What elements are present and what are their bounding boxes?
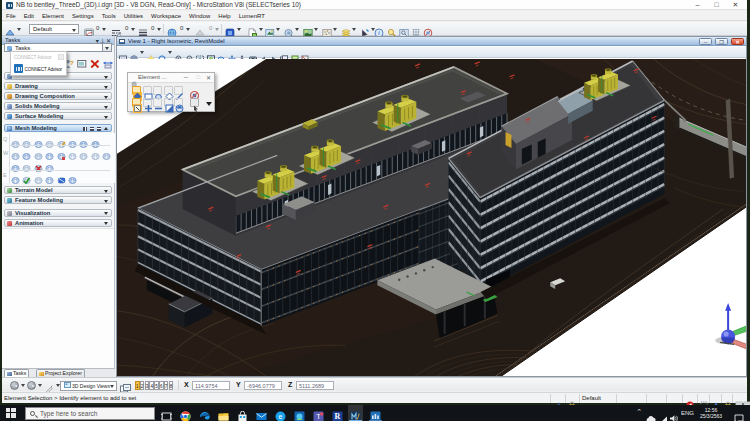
adjust-brightness-icon[interactable]	[147, 49, 155, 57]
mesh-box-icon[interactable]	[91, 135, 100, 144]
view-display-mode-icon[interactable]	[130, 49, 138, 57]
skype-icon[interactable]: e	[275, 408, 286, 419]
menu-tools[interactable]: Tools	[98, 11, 120, 21]
active-element-template-icon[interactable]	[5, 24, 15, 34]
active-level-combo[interactable]: Default	[29, 24, 79, 34]
network-icon[interactable]	[659, 410, 668, 418]
teams-icon[interactable]: T	[313, 408, 324, 419]
weight-dropdown-arrow[interactable]	[157, 28, 161, 31]
select-individual-icon[interactable]	[132, 86, 141, 95]
references-dropdown-arrow[interactable]	[295, 28, 299, 31]
view-title-bar[interactable]: View 1 - Right Isometric, RevitModel ─ ❐…	[117, 37, 746, 46]
mail-icon[interactable]	[256, 408, 267, 419]
search-tools-icon[interactable]	[387, 24, 397, 34]
measure-distance-icon[interactable]	[103, 55, 113, 65]
models-dropdown-arrow[interactable]	[276, 28, 280, 31]
active-color-icon[interactable]	[84, 24, 94, 34]
clip-volume-icon[interactable]	[291, 49, 299, 57]
zoom-dialog-icon[interactable]	[399, 24, 409, 34]
tab-tasks[interactable]: Tasks	[4, 369, 29, 377]
dgn-lock-icon[interactable]	[724, 395, 732, 403]
mesh-split-icon[interactable]	[79, 147, 88, 156]
point-clouds-dropdown-arrow[interactable]	[333, 28, 337, 31]
template-dropdown-arrow[interactable]	[17, 28, 21, 31]
mesh-arrow-icon[interactable]	[91, 147, 100, 156]
select-add-icon[interactable]	[143, 98, 152, 107]
level-manager-icon[interactable]	[341, 24, 351, 34]
active-workflow-icon[interactable]	[225, 24, 235, 34]
coord-x-value[interactable]: 114.9754	[192, 381, 230, 390]
connect-center-taskbar-icon[interactable]	[370, 408, 381, 419]
mesh-triangulate-icon[interactable]	[68, 147, 77, 156]
active-class-icon[interactable]	[167, 24, 177, 34]
mesh-delete-icon[interactable]	[34, 159, 43, 168]
select-subtract-icon[interactable]	[153, 98, 162, 107]
active-line-weight-icon[interactable]	[138, 24, 148, 34]
select-disable-icon[interactable]	[190, 86, 199, 95]
raster-manager-dropdown-arrow[interactable]	[314, 28, 318, 31]
menu-lumenrt[interactable]: LumenRT	[235, 11, 269, 21]
mesh-label-icon[interactable]	[79, 135, 88, 144]
selection-set-icon[interactable]	[700, 395, 708, 403]
fence-status-icon[interactable]	[712, 395, 720, 403]
active-level-display[interactable]: Default	[582, 395, 601, 401]
workflow-dropdown-arrow[interactable]	[237, 28, 241, 31]
mesh-cone-icon[interactable]	[45, 159, 54, 168]
task-section-surface-modeling[interactable]: Surface Modeling	[4, 112, 112, 120]
task-section-visualization[interactable]: Visualization	[4, 209, 112, 217]
select-all-icon[interactable]	[174, 98, 183, 107]
clip-mask-icon[interactable]	[301, 49, 309, 57]
zoom-out-icon[interactable]	[186, 49, 194, 57]
view-attributes-icon[interactable]	[119, 49, 127, 57]
update-view-icon-dropdown[interactable]	[168, 51, 172, 54]
view-minimize-button[interactable]: ─	[699, 38, 712, 45]
mesh-check-icon[interactable]	[22, 171, 31, 180]
grid-settings-icon[interactable]	[411, 24, 421, 34]
task-section-drawing-composition[interactable]: Drawing Composition	[4, 92, 112, 100]
edge-icon[interactable]	[199, 408, 210, 419]
store-icon[interactable]	[237, 408, 248, 419]
tab-project-explorer[interactable]: Project Explorer	[36, 369, 85, 377]
view-previous-icon[interactable]	[259, 49, 267, 57]
point-clouds-icon[interactable]	[322, 24, 332, 34]
view-close-button[interactable]: ✕	[731, 38, 744, 45]
task-section-animation[interactable]: Animation	[4, 219, 112, 227]
mesh-edit-icon[interactable]	[57, 135, 66, 144]
menu-file[interactable]: File	[2, 11, 20, 21]
coord-y-value[interactable]: -6946.0779	[244, 381, 282, 390]
microstation-taskbar-icon[interactable]	[350, 408, 361, 419]
references-icon[interactable]	[284, 24, 294, 34]
annotation-scale-icon[interactable]	[423, 24, 433, 34]
view-display-mode-icon-dropdown[interactable]	[140, 51, 144, 54]
mesh-batch-icon[interactable]	[11, 171, 20, 180]
maximize-button[interactable]: □	[707, 0, 726, 10]
connect-advisor-toolbar-icon[interactable]: i	[374, 24, 384, 34]
color-dropdown-arrow[interactable]	[102, 28, 106, 31]
mesh-plane-icon[interactable]	[22, 159, 31, 168]
mesh-sphere-pale-icon[interactable]	[22, 147, 31, 156]
photos-icon[interactable]	[294, 408, 305, 419]
mesh-grid-red-icon[interactable]	[57, 147, 66, 156]
mesh-drape-icon[interactable]	[68, 171, 77, 180]
tasks-combo-dropdown[interactable]	[102, 44, 111, 51]
mesh-grid-points-icon[interactable]	[45, 147, 54, 156]
task-section-mesh-modeling[interactable]: Mesh Modeling	[4, 124, 112, 132]
mesh-cubes-icon[interactable]	[11, 159, 20, 168]
update-view-icon[interactable]	[158, 49, 166, 57]
r-app-icon[interactable]: R	[332, 408, 343, 419]
zoom-in-icon[interactable]	[175, 49, 183, 57]
mesh-select-icon[interactable]	[22, 135, 31, 144]
select-shape-icon[interactable]	[153, 86, 162, 95]
menu-element[interactable]: Element	[38, 11, 68, 21]
mesh-unfold-icon[interactable]	[68, 135, 77, 144]
minimize-button[interactable]: –	[688, 0, 707, 10]
named-view-icon[interactable]	[77, 55, 87, 65]
task-section-terrain-model[interactable]: Terrain Model	[4, 186, 112, 194]
dialog-expand-arrow[interactable]	[206, 102, 212, 106]
menu-help[interactable]: Help	[214, 11, 234, 21]
taskbar-search-box[interactable]: Type here to search	[25, 407, 155, 420]
pan-view-icon[interactable]	[228, 49, 236, 57]
back-dropdown[interactable]	[21, 384, 25, 387]
connect-advisor-item-label[interactable]: CONNECT Advisor	[25, 67, 63, 72]
element-changed-icon[interactable]	[686, 395, 694, 403]
